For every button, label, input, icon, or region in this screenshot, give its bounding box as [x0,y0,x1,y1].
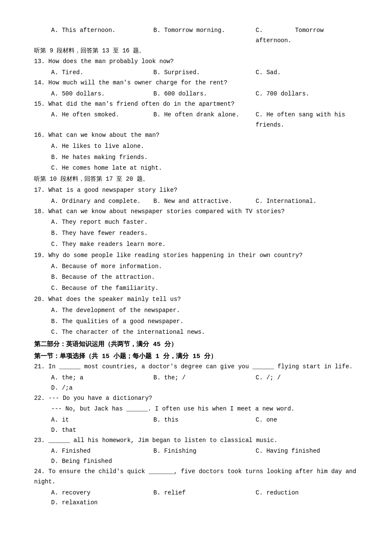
q14-text: 14. How much will the man's owner charge… [34,78,358,88]
q24-options: A. recovery B. relief C. reduction D. re… [34,488,358,509]
q22-option-d: D. that [51,425,358,436]
q24-option-b: B. relief [153,488,256,498]
q12-options: A. This afternoon. B. Tomorrow morning. … [34,26,358,46]
q20-option-b: B. The qualities of a good newspaper. [34,317,358,327]
q22-options: A. it B. this C. one D. that [34,415,358,436]
q24-option-d: D. relaxation [51,498,358,508]
q12-option-b: B. Tomorrow morning. [153,26,256,46]
q14-option-a: A. 500 dollars. [51,89,153,99]
q12-option-c: C. Tomorrow afternoon. [256,26,358,46]
q23-option-d: D. Being finished [51,457,358,467]
q12-option-a: A. This afternoon. [51,26,153,46]
q17-option-b: B. New and attractive. [153,197,256,207]
q22-option-c: C. one [256,415,358,425]
q14-option-c: C. 700 dollars. [256,89,358,99]
q20-option-a: A. The development of the newspaper. [34,306,358,316]
q15-option-b: B. He often drank alone. [153,110,256,130]
q21-text: 21. In ______ most countries, a doctor's… [34,362,358,372]
q13-option-a: A. Tired. [51,68,153,78]
q22-option-a: A. it [51,415,153,425]
main-content: A. This afternoon. B. Tomorrow morning. … [34,26,358,508]
q13-options: A. Tired. B. Surprised. C. Sad. [34,68,358,78]
q23-option-c: C. Having finished [256,446,358,457]
q23-options: A. Finished B. Finishing C. Having finis… [34,446,358,467]
q22-subtext: --- No, but Jack has ______. I often use… [34,404,358,414]
q19-option-c: C. Because of the familiarity. [34,283,358,294]
q15-option-c: C. He often sang with his friends. [256,110,358,130]
q18-text: 18. What can we know about newspaper sto… [34,207,358,217]
q23-option-b: B. Finishing [153,446,256,457]
q16-option-c: C. He comes home late at night. [34,163,358,173]
q19-option-b: B. Because of the attraction. [34,272,358,283]
q24-option-c: C. reduction [256,488,358,498]
q16-option-b: B. He hates making friends. [34,153,358,163]
section-1-heading: 第一节：单项选择（共 15 小题；每小题 1 分，满分 15 分） [34,351,358,362]
q19-text: 19. Why do some people like reading stor… [34,251,358,261]
q18-option-b: B. They have fewer readers. [34,228,358,239]
q14-option-b: B. 600 dollars. [153,89,256,99]
q13-text: 13. How does the man probably look now? [34,57,358,67]
q21-option-a: A. the; a [51,373,153,383]
q15-options: A. He often smoked. B. He often drank al… [34,110,358,130]
q21-option-c: C. /; / [256,373,358,383]
q24-option-a: A. recovery [51,488,153,498]
q18-option-a: A. They report much faster. [34,217,358,228]
q20-text: 20. What does the speaker mainly tell us… [34,295,358,305]
q17-text: 17. What is a good newspaper story like? [34,185,358,196]
q21-options: A. the; a B. the; / C. /; / D. /;a [34,373,358,393]
section-9-header: 听第 9 段材料，回答第 13 至 16 题。 [34,46,358,56]
q19-option-a: A. Because of more information. [34,262,358,272]
part-2-heading: 第二部分：英语知识运用（共两节，满分 45 分） [34,339,358,350]
q13-option-c: C. Sad. [256,68,358,78]
q22-option-b: B. this [153,415,256,425]
q15-option-a: A. He often smoked. [51,110,153,130]
section-10-header: 听第 10 段材料，回答第 17 至 20 题。 [34,174,358,185]
q22-text: 22. --- Do you have a dictionary? [34,393,358,404]
q14-options: A. 500 dollars. B. 600 dollars. C. 700 d… [34,89,358,99]
q16-option-a: A. He likes to live alone. [34,142,358,152]
q23-option-a: A. Finished [51,446,153,457]
q16-text: 16. What can we know about the man? [34,130,358,141]
q17-option-c: C. International. [256,197,358,207]
q21-option-b: B. the; / [153,373,256,383]
q17-option-a: A. Ordinary and complete. [51,197,153,207]
q24-text: 24. To ensure the child's quick _______,… [34,467,358,487]
q20-option-c: C. The character of the international ne… [34,327,358,338]
q17-options: A. Ordinary and complete. B. New and att… [34,197,358,207]
q21-option-d: D. /;a [51,383,358,393]
q13-option-b: B. Surprised. [153,68,256,78]
q15-text: 15. What did the man's friend often do i… [34,99,358,110]
q23-text: 23. ______ all his homework, Jim began t… [34,436,358,446]
q18-option-c: C. They make readers learn more. [34,240,358,250]
